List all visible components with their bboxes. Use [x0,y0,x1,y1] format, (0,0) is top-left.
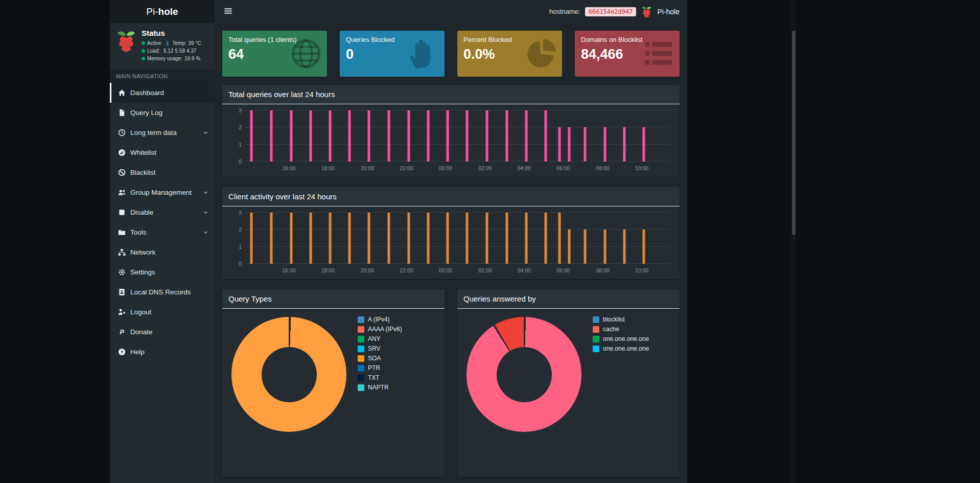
sidebar-item-whitelist[interactable]: Whitelist [110,143,215,163]
top-navbar: Pi-hole hostname: 666154e2d947 Pi-hole [110,0,687,23]
bar [427,213,429,264]
legend-item-one-one-one-one[interactable]: one.one.one.one [593,345,649,352]
legend-label: SRV [368,345,380,352]
panel-title: Total queries over last 24 hours [228,90,673,99]
status-load-dot-icon [142,49,145,53]
sidebar-item-label: Settings [130,268,208,276]
bar [545,213,547,264]
sidebar-item-query-log[interactable]: Query Log [110,103,215,123]
status-title: Status [142,29,201,37]
sidebar-item-label: Disable [130,209,203,216]
browser-scrollbar[interactable] [791,0,796,483]
bar [466,213,469,264]
legend-item-soa[interactable]: SOA [358,355,402,362]
gridline [245,110,669,110]
pie-icon [524,37,558,71]
legend-label: one.one.one.one [603,335,649,342]
sidebar-item-dashboard[interactable]: Dashboard [110,83,215,103]
legend-color-swatch [358,336,364,342]
sidebar-item-logout[interactable]: Logout [110,302,215,322]
y-tick-label: 3 [232,210,242,216]
x-tick-label: 06:00 [556,165,570,171]
hostname-badge: 666154e2d947 [585,7,637,16]
bar [568,229,570,264]
legend-color-swatch [593,336,599,342]
sidebar-nav: DashboardQuery LogLong term dataWhitelis… [110,83,215,362]
x-tick-label: 22:00 [400,267,413,273]
status-active-label: Active [147,40,161,46]
summary-cards: Total queries (1 clients)64Queries Block… [222,31,680,77]
legend-item-one-one-one-one[interactable]: one.one.one.one [593,335,649,342]
legend-item-srv[interactable]: SRV [358,345,402,352]
legend-item-cache[interactable]: cache [593,326,649,333]
legend-item-txt[interactable]: TXT [358,374,402,381]
bar [250,110,253,162]
legend-label: blocklist [603,316,625,323]
sidebar-toggle-button[interactable] [222,6,234,17]
sidebar-item-label: Whitelist [130,149,208,156]
donut-hole [262,347,317,402]
file-icon [118,109,126,117]
bar [387,110,390,162]
bar [290,213,292,264]
status-info: Status Active Temp: 39 °C Load: 5.125.58… [142,28,201,63]
legend-item-naptr[interactable]: NAPTR [358,384,402,391]
sidebar-item-settings[interactable]: Settings [110,262,215,282]
panel-total-queries: Total queries over last 24 hours 012316:… [222,85,680,177]
x-tick-label: 18:00 [321,267,335,273]
bar-plot: 012316:0018:0020:0022:0000:0002:0004:000… [245,110,669,162]
legend-item-any[interactable]: ANY [358,335,402,342]
bar [250,213,253,264]
hostname-label: hostname: [549,8,580,15]
brand-text-bold: hole [158,6,178,17]
brand-logo[interactable]: Pi-hole [110,0,215,23]
panel-title: Client activity over last 24 hours [228,192,673,201]
legend-label: ANY [368,335,381,342]
legend-color-swatch [358,384,364,391]
book-icon [118,288,126,296]
x-tick-label: 20:00 [361,267,374,273]
sidebar-item-help[interactable]: Help [110,342,215,362]
bottom-panels-row: Query Types A (IPv4)AAAA (IPv6)ANYSRVSOA… [222,289,680,477]
sidebar-item-tools[interactable]: Tools [110,222,215,242]
bar [558,127,561,162]
bar [603,229,606,264]
bar [584,229,586,264]
bar [643,127,645,162]
bar [623,229,625,264]
x-tick-label: 04:00 [518,165,531,171]
legend-item-a-ipv4[interactable]: A (IPv4) [358,316,402,323]
legend-item-aaaa-ipv6[interactable]: AAAA (IPv6) [358,326,402,333]
bar [525,110,527,162]
sidebar-item-local-dns-records[interactable]: Local DNS Records [110,282,215,302]
sidebar: Status Active Temp: 39 °C Load: 5.125.58… [110,23,215,483]
list-icon [642,37,675,71]
panel-client-activity: Client activity over last 24 hours 01231… [222,187,680,279]
status-active-row: Active Temp: 39 °C [142,40,201,46]
legend-item-blocklist[interactable]: blocklist [593,316,649,323]
load-label: Load: [147,48,160,54]
panel-header: Query Types [222,289,445,309]
navbar-host-info: hostname: 666154e2d947 Pi-hole [549,6,680,18]
sidebar-item-label: Group Management [130,189,203,196]
stat-card-percent-blocked: Percent Blocked0.0% [457,31,562,77]
sidebar-item-label: Logout [130,308,208,316]
sidebar-item-label: Long term data [130,129,203,136]
bar [603,127,606,162]
sidebar-item-donate[interactable]: Donate [110,322,215,342]
legend-label: cache [603,326,619,333]
scrollbar-thumb[interactable] [792,31,796,235]
sidebar-item-network[interactable]: Network [110,242,215,262]
sidebar-item-group-management[interactable]: Group Management [110,182,215,202]
paypal-icon [118,328,126,336]
panel-body: A (IPv4)AAAA (IPv6)ANYSRVSOAPTRTXTNAPTR [222,309,445,438]
legend-item-ptr[interactable]: PTR [358,364,402,372]
pihole-berry-icon [641,6,652,18]
bar [623,127,625,162]
sidebar-item-disable[interactable]: Disable [110,202,215,222]
sidebar-item-long-term-data[interactable]: Long term data [110,123,215,143]
sidebar-item-blacklist[interactable]: Blacklist [110,163,215,182]
chevron-down-icon [203,210,208,215]
bar [290,110,292,162]
bar [568,127,570,162]
